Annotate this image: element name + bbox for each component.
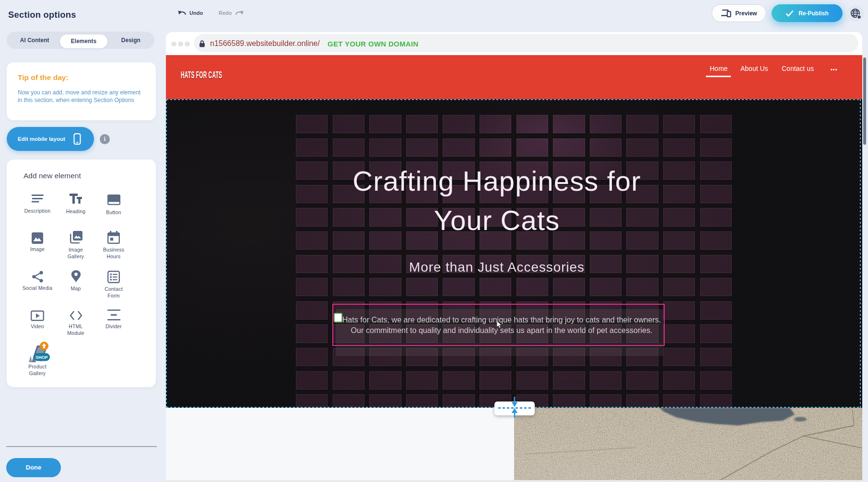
svg-text:SHOP: SHOP: [35, 355, 48, 360]
